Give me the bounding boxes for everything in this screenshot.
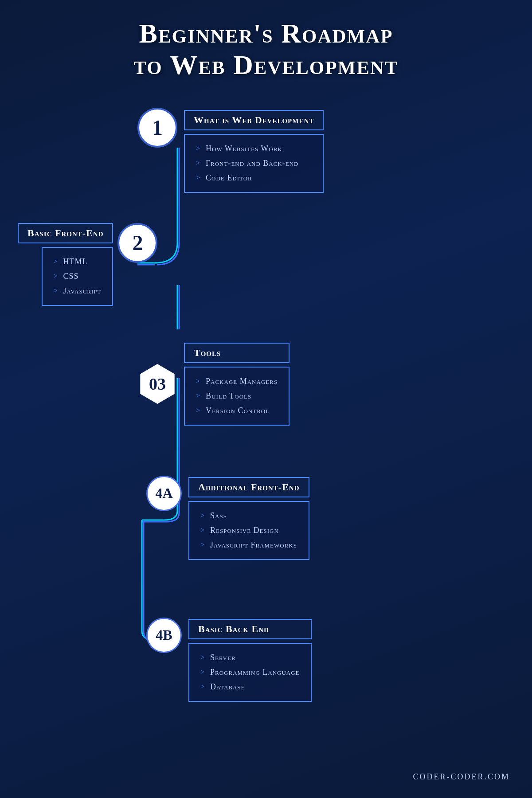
item-label: HTML <box>63 257 88 266</box>
list-item: > Programming Language <box>200 665 300 680</box>
step-4a-items: > Sass > Responsive Design > Javascript … <box>188 501 309 560</box>
arrow-icon: > <box>200 526 205 534</box>
item-label: Package Managers <box>206 377 278 386</box>
item-label: Database <box>210 682 245 692</box>
list-item: > Front-end and Back-end <box>196 156 312 171</box>
step-2: Basic Front-End > HTML > CSS > Javascrip… <box>18 223 157 306</box>
badge-4b: 4B <box>146 618 182 653</box>
arrow-icon: > <box>196 159 200 167</box>
list-item: > Sass <box>200 509 297 523</box>
arrow-icon: > <box>196 407 200 415</box>
arrow-icon: > <box>200 683 205 691</box>
arrow-icon: > <box>200 668 205 676</box>
badge-3: 03 <box>137 364 177 404</box>
list-item: > CSS <box>54 269 102 284</box>
step-1-title: What is Web Development <box>184 110 324 130</box>
list-item: > How Websites Work <box>196 141 312 156</box>
step-4b-items: > Server > Programming Language > Databa… <box>188 643 312 702</box>
list-item: > Server <box>200 650 300 665</box>
item-label: CSS <box>63 272 79 281</box>
arrow-icon: > <box>200 653 205 661</box>
list-item: > Javascript Frameworks <box>200 538 297 552</box>
item-label: Server <box>210 653 236 662</box>
list-item: > Code Editor <box>196 171 312 185</box>
item-label: Code Editor <box>206 173 252 183</box>
item-label: Version Control <box>206 406 270 415</box>
item-label: Javascript <box>63 286 102 296</box>
arrow-icon: > <box>196 174 200 182</box>
item-label: Responsive Design <box>210 526 279 535</box>
item-label: Javascript Frameworks <box>210 540 297 550</box>
arrow-icon: > <box>54 272 58 280</box>
item-label: Build Tools <box>206 391 251 401</box>
item-label: Sass <box>210 511 227 520</box>
badge-2: 2 <box>117 223 157 263</box>
arrow-icon: > <box>54 258 58 266</box>
arrow-icon: > <box>200 512 205 520</box>
step-4b-title: Basic Back End <box>188 619 312 639</box>
item-label: Front-end and Back-end <box>206 159 298 168</box>
badge-1: 1 <box>137 108 177 148</box>
step-3-items: > Package Managers > Build Tools > Versi… <box>184 367 289 426</box>
arrow-icon: > <box>200 541 205 549</box>
step-3: 03 Tools > Package Managers > Build Tool… <box>137 343 289 426</box>
list-item: > HTML <box>54 254 102 269</box>
arrow-icon: > <box>54 287 58 295</box>
list-item: > Database <box>200 680 300 694</box>
roadmap-container: 1 What is Web Development > How Websites… <box>0 94 532 795</box>
step-4b: 4B Basic Back End > Server > Programming… <box>146 618 312 702</box>
step-2-content: Basic Front-End > HTML > CSS > Javascrip… <box>18 223 113 306</box>
step-1-items: > How Websites Work > Front-end and Back… <box>184 134 324 193</box>
page-title: Beginner's Roadmap to Web Development <box>0 0 532 94</box>
step-1: 1 What is Web Development > How Websites… <box>137 108 324 193</box>
arrow-icon: > <box>196 377 200 385</box>
list-item: > Responsive Design <box>200 523 297 538</box>
step-4a: 4A Additional Front-End > Sass > Respons… <box>146 476 309 560</box>
list-item: > Package Managers <box>196 374 278 389</box>
list-item: > Build Tools <box>196 389 278 403</box>
step-3-title: Tools <box>184 343 289 363</box>
step-2-title: Basic Front-End <box>18 223 113 243</box>
arrow-icon: > <box>196 145 200 153</box>
list-item: > Javascript <box>54 284 102 298</box>
badge-4a: 4A <box>146 476 182 511</box>
step-2-items: > HTML > CSS > Javascript <box>42 247 113 306</box>
step-4a-title: Additional Front-End <box>188 477 309 497</box>
item-label: Programming Language <box>210 668 300 677</box>
footer-text: CODER-CODER.COM <box>413 772 510 782</box>
arrow-icon: > <box>196 392 200 400</box>
list-item: > Version Control <box>196 403 278 418</box>
item-label: How Websites Work <box>206 144 282 153</box>
